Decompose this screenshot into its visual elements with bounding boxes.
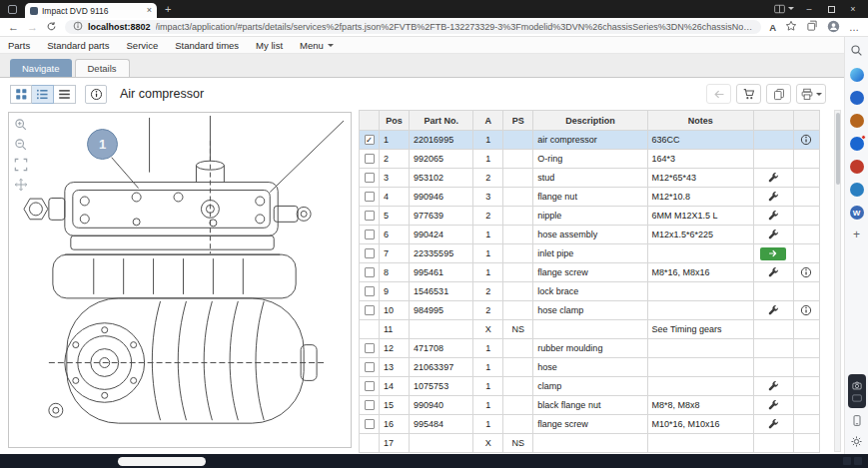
browser-tab[interactable]: Impact DVD 9116 × — [25, 3, 157, 18]
part-row-15[interactable]: 159909401black flange nutM8*8, M8x8 — [360, 396, 820, 415]
compact-view-button[interactable] — [54, 85, 76, 104]
info-button[interactable] — [85, 85, 107, 104]
table-scrollbar[interactable] — [834, 110, 841, 452]
adjust-wrench-button[interactable] — [768, 230, 779, 240]
adjust-wrench-button[interactable] — [768, 173, 779, 184]
close-button[interactable]: × — [842, 0, 864, 18]
pan-icon[interactable] — [13, 177, 28, 192]
part-row-6[interactable]: 69904241hose assemblyM12x1.5*6*225 — [360, 226, 820, 244]
new-tab-button[interactable]: + — [165, 3, 171, 15]
grid-view-button[interactable] — [10, 85, 32, 104]
favorites-star-icon[interactable] — [785, 20, 797, 34]
part-row-8[interactable]: 89954611flange screwM8*16, M8x16 — [360, 263, 820, 282]
part-row-17[interactable]: 17XNS — [360, 434, 820, 453]
site-info-icon[interactable] — [73, 21, 83, 33]
sidebar-icon-wikipedia[interactable]: W — [850, 206, 864, 220]
sidebar-icon-shopping[interactable] — [850, 114, 864, 128]
adjust-wrench-button[interactable] — [768, 267, 779, 278]
split-caret-icon[interactable] — [788, 7, 794, 13]
menu-item-standard-times[interactable]: Standard times — [175, 40, 239, 51]
menu-item-service[interactable]: Service — [127, 40, 159, 51]
col-header-description[interactable]: Description — [533, 111, 647, 131]
row-checkbox[interactable] — [365, 419, 375, 429]
phone-link-icon[interactable] — [851, 414, 863, 429]
zoom-fit-icon[interactable] — [13, 157, 28, 172]
menu-item-standard-parts[interactable]: Standard parts — [47, 40, 109, 51]
tab-navigate[interactable]: Navigate — [10, 59, 72, 77]
row-checkbox[interactable] — [365, 343, 375, 353]
col-header-blank[interactable] — [753, 111, 793, 131]
part-row-9[interactable]: 915465312lock brace — [360, 282, 820, 301]
tab-close-icon[interactable]: × — [147, 6, 152, 15]
menu-item-my-list[interactable]: My list — [256, 40, 283, 51]
address-bar[interactable]: localhost:8802 /impact3/application/#par… — [65, 20, 761, 34]
part-row-5[interactable]: 59776392nipple6MM M12X1.5 L — [360, 207, 820, 226]
workspace-icon[interactable] — [8, 5, 17, 14]
refresh-icon[interactable] — [46, 21, 57, 34]
part-row-14[interactable]: 1410757531clamp — [360, 377, 820, 396]
taskbar-search[interactable] — [118, 457, 206, 466]
row-checkbox[interactable] — [365, 286, 375, 296]
screenshot-widget[interactable] — [848, 374, 866, 408]
sidebar-icon-discover[interactable] — [850, 91, 864, 105]
part-row-3[interactable]: 39531022studM12*65*43 — [360, 169, 820, 188]
browser-menu-icon[interactable]: … — [849, 22, 860, 33]
row-checkbox[interactable]: ✓ — [365, 135, 375, 145]
row-checkbox[interactable] — [365, 211, 375, 221]
part-info-button[interactable] — [800, 134, 812, 146]
col-header-a[interactable]: A — [473, 111, 503, 131]
row-checkbox[interactable] — [365, 173, 375, 183]
row-checkbox[interactable] — [365, 248, 375, 258]
settings-gear-icon[interactable] — [850, 435, 863, 450]
go-to-part-button[interactable] — [760, 247, 786, 260]
row-checkbox[interactable] — [365, 400, 375, 410]
browser-forward-icon[interactable]: → — [27, 22, 38, 33]
col-header-blank[interactable] — [360, 111, 380, 131]
read-aloud-icon[interactable]: A — [769, 22, 776, 33]
copy-button[interactable] — [766, 84, 791, 104]
row-checkbox[interactable] — [365, 267, 375, 277]
scrollbar-thumb[interactable] — [836, 113, 840, 185]
sidebar-icon-games[interactable] — [850, 160, 864, 174]
sidebar-icon-add[interactable]: + — [853, 229, 860, 240]
part-row-1[interactable]: ✓1220169951air compressor636CC — [360, 131, 820, 150]
col-header-notes[interactable]: Notes — [647, 111, 753, 131]
col-header-ps[interactable]: PS — [503, 111, 533, 131]
tab-details[interactable]: Details — [75, 59, 130, 77]
adjust-wrench-button[interactable] — [768, 419, 779, 430]
sidebar-icon-msn[interactable] — [850, 137, 864, 151]
col-header-pos[interactable]: Pos — [380, 111, 410, 131]
row-checkbox[interactable] — [365, 154, 375, 164]
part-row-7[interactable]: 7223355951inlet pipe — [360, 244, 820, 263]
menu-item-menu[interactable]: Menu — [300, 40, 334, 51]
zoom-out-icon[interactable] — [13, 137, 28, 152]
sidebar-icon-tools[interactable] — [850, 183, 864, 197]
collections-icon[interactable] — [806, 20, 818, 34]
part-callout-1[interactable]: 1 — [87, 129, 118, 160]
zoom-in-icon[interactable] — [13, 117, 28, 132]
row-checkbox[interactable] — [365, 230, 375, 239]
adjust-wrench-button[interactable] — [768, 381, 779, 392]
part-row-16[interactable]: 169954841flange screwM10*16, M10x16 — [360, 415, 820, 434]
sidebar-icon-search[interactable] — [850, 44, 863, 59]
row-checkbox[interactable] — [365, 362, 375, 372]
col-header-part-no[interactable]: Part No. — [410, 111, 473, 131]
part-row-10[interactable]: 109849952hose clamp — [360, 301, 820, 320]
part-info-button[interactable] — [800, 304, 812, 316]
drawing-panel[interactable]: 1 — [8, 112, 352, 448]
adjust-wrench-button[interactable] — [768, 305, 779, 316]
part-row-2[interactable]: 29920651O-ring164*3 — [360, 150, 820, 169]
adjust-wrench-button[interactable] — [768, 211, 779, 222]
part-row-4[interactable]: 49909463flange nutM12*10.8 — [360, 188, 820, 207]
row-checkbox[interactable] — [365, 305, 375, 315]
row-checkbox[interactable] — [365, 192, 375, 202]
cart-button[interactable] — [736, 84, 761, 104]
part-row-11[interactable]: 11XNSSee Timing gears — [360, 320, 820, 339]
minimize-button[interactable]: – — [798, 0, 820, 18]
part-row-12[interactable]: 124717081rubber moulding — [360, 339, 820, 358]
browser-back-icon[interactable]: ← — [8, 22, 19, 33]
part-info-button[interactable] — [800, 266, 812, 278]
profile-avatar[interactable] — [827, 20, 840, 35]
back-button[interactable] — [706, 84, 731, 104]
adjust-wrench-button[interactable] — [768, 192, 779, 203]
